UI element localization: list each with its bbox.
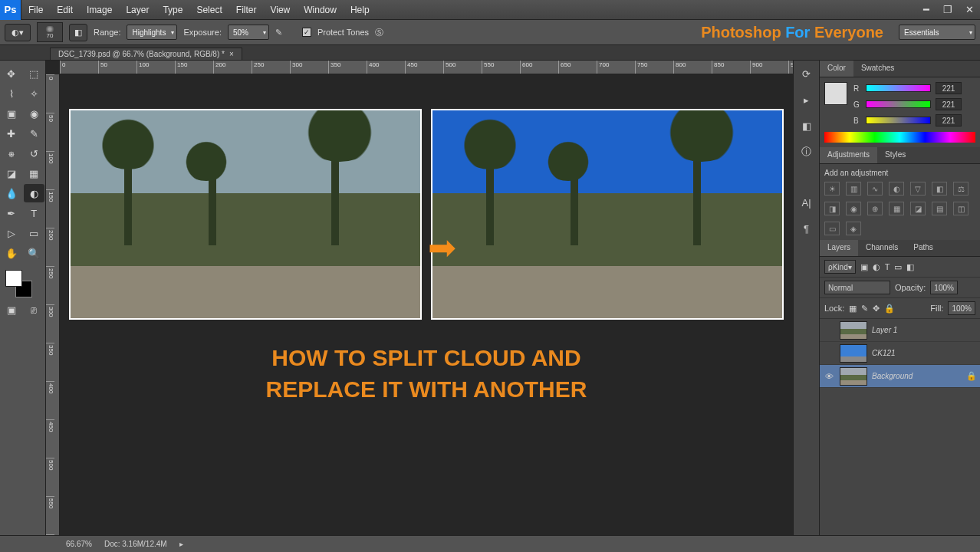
- info-panel-icon[interactable]: ⓘ: [798, 143, 815, 160]
- tab-adjustments[interactable]: Adjustments: [820, 147, 877, 163]
- pen-tool-icon[interactable]: ✒: [1, 204, 22, 222]
- tab-paths[interactable]: Paths: [906, 240, 941, 256]
- close-button[interactable]: ✕: [959, 0, 980, 20]
- exposure-select[interactable]: 50%: [228, 25, 269, 40]
- adj-gradientmap-icon[interactable]: ▭: [824, 222, 840, 235]
- filter-smart-icon[interactable]: ◧: [906, 262, 914, 272]
- maximize-button[interactable]: ❐: [937, 0, 959, 20]
- menu-edit[interactable]: Edit: [50, 5, 80, 15]
- history-panel-icon[interactable]: ⟳: [798, 65, 815, 82]
- brush-settings-button[interactable]: ◧: [69, 24, 87, 41]
- stamp-tool-icon[interactable]: ⎈: [1, 144, 22, 163]
- lock-position-icon[interactable]: ✥: [873, 304, 880, 314]
- quickmask-icon[interactable]: ▣: [1, 301, 22, 319]
- actions-panel-icon[interactable]: ▸: [798, 91, 815, 108]
- adj-colorbalance-icon[interactable]: ⚖: [953, 182, 968, 196]
- adj-bw-icon[interactable]: ◨: [824, 202, 840, 215]
- lock-all-icon[interactable]: 🔒: [884, 304, 895, 314]
- menu-select[interactable]: Select: [189, 5, 229, 15]
- visibility-icon[interactable]: 👁: [823, 372, 835, 381]
- hand-tool-icon[interactable]: ✋: [1, 244, 22, 262]
- color-swatch-preview[interactable]: [824, 82, 847, 105]
- menu-help[interactable]: Help: [344, 5, 377, 15]
- menu-view[interactable]: View: [263, 5, 297, 15]
- protect-tones-checkbox[interactable]: ✓: [302, 28, 311, 37]
- fg-color-swatch[interactable]: [5, 270, 22, 287]
- adj-threshold-icon[interactable]: ◫: [953, 202, 968, 215]
- shape-tool-icon[interactable]: ▭: [24, 224, 45, 242]
- adj-invert-icon[interactable]: ◪: [910, 202, 926, 215]
- adj-levels-icon[interactable]: ▥: [846, 182, 861, 196]
- dodge-tool-icon[interactable]: ◐: [24, 184, 45, 202]
- opacity-value[interactable]: 100%: [930, 281, 958, 294]
- filter-type-icon[interactable]: T: [885, 262, 890, 271]
- menu-image[interactable]: Image: [80, 5, 119, 15]
- lasso-tool-icon[interactable]: ⌇: [1, 84, 22, 103]
- layer-kind-select[interactable]: ρ Kind ▾: [824, 260, 856, 274]
- fill-value[interactable]: 100%: [948, 301, 975, 315]
- layer-thumbnail[interactable]: [840, 344, 867, 363]
- type-tool-icon[interactable]: T: [24, 204, 45, 222]
- adj-photofilter-icon[interactable]: ◉: [846, 202, 861, 215]
- menu-type[interactable]: Type: [156, 5, 189, 15]
- tab-channels[interactable]: Channels: [858, 240, 906, 256]
- b-value[interactable]: 221: [936, 114, 962, 127]
- layer-row[interactable]: 👁Background🔒: [820, 365, 980, 388]
- adj-selective-icon[interactable]: ◈: [846, 222, 861, 235]
- layer-row[interactable]: Layer 1: [820, 319, 980, 342]
- adj-channelmixer-icon[interactable]: ⊕: [867, 202, 883, 215]
- b-slider[interactable]: [866, 117, 931, 124]
- menu-window[interactable]: Window: [297, 5, 344, 15]
- g-slider[interactable]: [866, 100, 931, 108]
- zoom-level[interactable]: 66.67%: [66, 540, 92, 548]
- g-value[interactable]: 221: [936, 98, 962, 110]
- menu-file[interactable]: File: [21, 5, 50, 15]
- wand-tool-icon[interactable]: ✧: [24, 84, 45, 103]
- brush-tool-icon[interactable]: ✎: [24, 124, 45, 143]
- character-panel-icon[interactable]: A|: [798, 194, 815, 211]
- fg-bg-swatch[interactable]: [5, 270, 36, 297]
- layer-thumbnail[interactable]: [840, 321, 867, 340]
- adj-vibrance-icon[interactable]: ▽: [910, 182, 926, 196]
- document-tab[interactable]: DSC_1739.psd @ 66.7% (Background, RGB/8)…: [50, 48, 242, 60]
- layer-thumbnail[interactable]: [840, 367, 867, 386]
- lock-transparent-icon[interactable]: ▦: [849, 304, 857, 314]
- paragraph-panel-icon[interactable]: ¶: [798, 220, 815, 237]
- path-select-icon[interactable]: ▷: [1, 224, 22, 242]
- adj-colorlookup-icon[interactable]: ▦: [889, 202, 904, 215]
- eraser-tool-icon[interactable]: ◪: [1, 164, 22, 182]
- crop-tool-icon[interactable]: ▣: [1, 104, 22, 123]
- adj-posterize-icon[interactable]: ▤: [932, 202, 947, 215]
- current-tool-icon[interactable]: ◐▾: [5, 24, 31, 41]
- properties-panel-icon[interactable]: ◧: [798, 117, 815, 134]
- marquee-tool-icon[interactable]: ⬚: [24, 64, 45, 83]
- menu-filter[interactable]: Filter: [229, 5, 264, 15]
- filter-image-icon[interactable]: ▣: [860, 262, 868, 272]
- eyedropper-tool-icon[interactable]: ◉: [24, 104, 45, 123]
- menu-layer[interactable]: Layer: [119, 5, 156, 15]
- workspace-select[interactable]: Essentials: [899, 25, 975, 40]
- minimize-button[interactable]: ━: [916, 0, 937, 20]
- filter-adjust-icon[interactable]: ◐: [873, 262, 880, 272]
- adj-curves-icon[interactable]: ∿: [867, 182, 883, 196]
- lock-pixels-icon[interactable]: ✎: [861, 304, 868, 314]
- tab-color[interactable]: Color: [820, 61, 853, 77]
- brush-preset-picker[interactable]: 70: [37, 22, 63, 42]
- r-slider[interactable]: [866, 84, 931, 92]
- screenmode-icon[interactable]: ⎚: [24, 301, 45, 319]
- blend-mode-select[interactable]: Normal: [824, 281, 890, 294]
- document-canvas[interactable]: ➡ HOW TO SPLIT CLOUD AND REPLACE IT WITH…: [60, 74, 793, 535]
- adj-brightness-icon[interactable]: ☀: [824, 182, 840, 196]
- tab-swatches[interactable]: Swatches: [853, 61, 902, 77]
- r-value[interactable]: 221: [936, 82, 962, 94]
- adj-hue-icon[interactable]: ◧: [932, 182, 947, 196]
- pressure-icon[interactable]: Ⓢ: [375, 27, 383, 38]
- tab-close-icon[interactable]: ×: [229, 50, 234, 58]
- history-brush-icon[interactable]: ↺: [24, 144, 45, 163]
- airbrush-icon[interactable]: ✎: [275, 28, 282, 38]
- layer-row[interactable]: CK121: [820, 342, 980, 365]
- adj-exposure-icon[interactable]: ◐: [889, 182, 904, 196]
- zoom-tool-icon[interactable]: 🔍: [24, 244, 45, 262]
- status-menu-icon[interactable]: ▸: [179, 540, 183, 548]
- healing-tool-icon[interactable]: ✚: [1, 124, 22, 143]
